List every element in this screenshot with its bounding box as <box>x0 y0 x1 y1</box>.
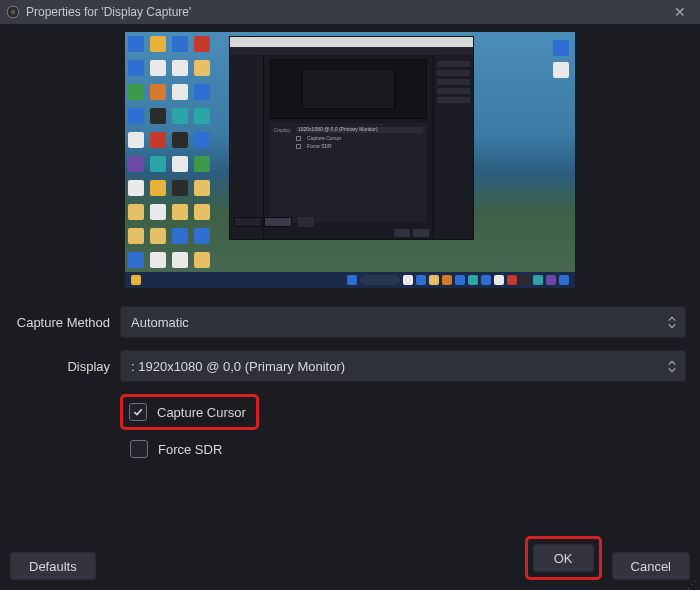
nested-obs-window: Display1920x1080 @ 0,0 (Primary Monitor)… <box>229 36 474 240</box>
display-value: : 1920x1080 @ 0,0 (Primary Monitor) <box>131 359 345 374</box>
display-row: Display : 1920x1080 @ 0,0 (Primary Monit… <box>14 350 686 382</box>
defaults-button[interactable]: Defaults <box>10 552 96 580</box>
window-title: Properties for 'Display Capture' <box>26 5 191 19</box>
capture-cursor-label: Capture Cursor <box>157 405 246 420</box>
resize-grip-icon[interactable]: ⋰ <box>687 582 698 588</box>
force-sdr-checkbox[interactable] <box>130 440 148 458</box>
capture-method-select[interactable]: Automatic <box>120 306 686 338</box>
svg-point-1 <box>11 10 16 15</box>
force-sdr-row[interactable]: Force SDR <box>130 440 686 458</box>
titlebar: Properties for 'Display Capture' ✕ <box>0 0 700 24</box>
button-bar: Defaults OK Cancel <box>10 536 690 580</box>
cancel-button[interactable]: Cancel <box>612 552 690 580</box>
ok-highlight: OK <box>525 536 602 580</box>
capture-method-label: Capture Method <box>14 315 120 330</box>
obs-icon <box>6 5 20 19</box>
taskbar <box>125 272 575 288</box>
preview-area: Display1920x1080 @ 0,0 (Primary Monitor)… <box>0 24 700 306</box>
stepper-icon[interactable] <box>663 355 681 377</box>
capture-method-value: Automatic <box>131 315 189 330</box>
display-preview: Display1920x1080 @ 0,0 (Primary Monitor)… <box>125 32 575 288</box>
capture-method-row: Capture Method Automatic <box>14 306 686 338</box>
close-icon[interactable]: ✕ <box>666 4 694 20</box>
desktop-icons <box>128 36 212 272</box>
capture-cursor-row[interactable]: Capture Cursor <box>120 394 259 430</box>
capture-cursor-checkbox[interactable] <box>129 403 147 421</box>
ok-button[interactable]: OK <box>533 544 594 572</box>
display-label: Display <box>14 359 120 374</box>
properties-form: Capture Method Automatic Display : 1920x… <box>0 306 700 458</box>
display-select[interactable]: : 1920x1080 @ 0,0 (Primary Monitor) <box>120 350 686 382</box>
force-sdr-label: Force SDR <box>158 442 222 457</box>
stepper-icon[interactable] <box>663 311 681 333</box>
desktop-icons-right <box>553 40 569 78</box>
